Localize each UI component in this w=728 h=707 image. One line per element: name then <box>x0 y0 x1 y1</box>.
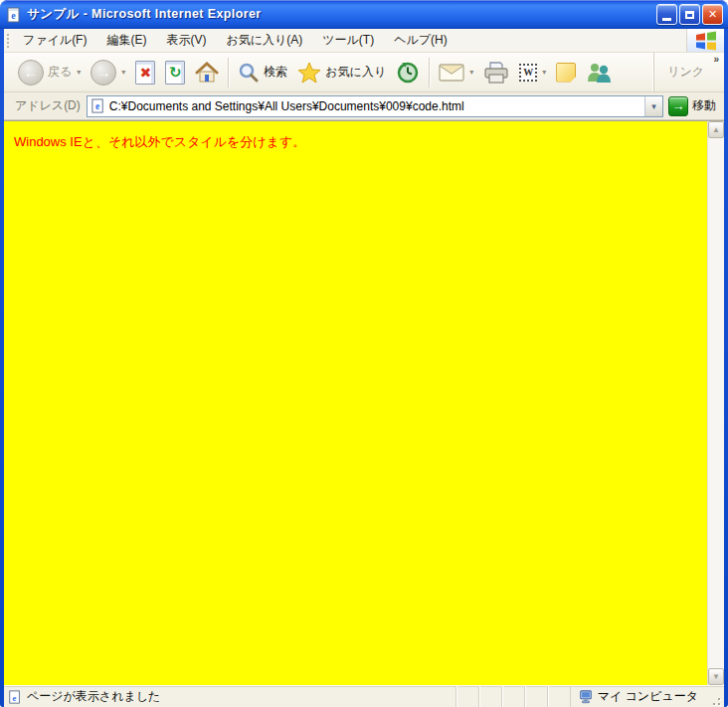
go-arrow-icon: → <box>668 96 688 116</box>
history-button[interactable] <box>391 58 425 88</box>
address-bar: アドレス(D) e C:¥Documents and Settings¥All … <box>4 92 724 120</box>
search-label: 検索 <box>264 64 287 81</box>
status-pane <box>455 686 478 707</box>
favorites-star-icon <box>297 62 321 84</box>
printer-icon <box>483 61 509 85</box>
forward-icon: → <box>91 60 116 86</box>
security-zone-indicator: マイ コンピュータ <box>570 686 708 707</box>
toolbar-overflow-chevron-icon[interactable]: » <box>713 54 719 65</box>
forward-dropdown-icon[interactable]: ▾ <box>121 68 125 77</box>
address-page-icon: e <box>91 98 105 113</box>
page-text: Windows IEと、それ以外でスタイルを分けます。 <box>14 133 697 151</box>
back-button[interactable]: ← 戻る ▾ <box>13 57 86 88</box>
standard-buttons-toolbar: ← 戻る ▾ → ▾ ✖ ↻ <box>4 53 724 92</box>
page-body: Windows IEと、それ以外でスタイルを分けます。 <box>4 121 707 685</box>
zone-label: マイ コンピュータ <box>598 688 698 705</box>
maximize-button[interactable] <box>679 4 700 25</box>
scroll-down-button[interactable]: ▼ <box>708 668 724 685</box>
print-button[interactable] <box>478 58 514 88</box>
home-button[interactable] <box>190 59 224 87</box>
edit-dropdown-icon[interactable]: ▾ <box>542 68 546 77</box>
address-combobox[interactable]: e C:¥Documents and Settings¥All Users¥Do… <box>87 95 663 117</box>
menu-bar: ファイル(F) 編集(E) 表示(V) お気に入り(A) ツール(T) ヘルプ(… <box>4 29 724 53</box>
status-page-icon: e <box>8 690 22 704</box>
back-icon: ← <box>18 60 44 86</box>
menu-edit[interactable]: 編集(E) <box>96 29 156 52</box>
edit-button[interactable]: W ▾ <box>514 61 551 85</box>
forward-button[interactable]: → ▾ <box>86 57 130 88</box>
menu-file[interactable]: ファイル(F) <box>13 29 96 52</box>
links-toolbar: リンク » <box>653 53 722 91</box>
resize-grip[interactable] <box>708 693 722 707</box>
back-dropdown-icon[interactable]: ▾ <box>77 68 81 77</box>
messenger-button[interactable] <box>581 59 617 87</box>
svg-text:e: e <box>95 101 99 111</box>
close-button[interactable]: ✕ <box>702 4 723 25</box>
search-icon <box>238 62 260 84</box>
stop-icon: ✖ <box>135 61 155 85</box>
status-bar: e ページが表示されました マイ コンピュータ <box>4 685 724 707</box>
favorites-button[interactable]: お気に入り <box>292 59 391 87</box>
windows-logo-throbber <box>686 29 724 52</box>
status-message: ページが表示されました <box>27 688 160 705</box>
scroll-up-button[interactable]: ▲ <box>708 121 724 138</box>
search-button[interactable]: 検索 <box>233 59 292 87</box>
menu-tools[interactable]: ツール(T) <box>312 29 384 52</box>
messenger-buddies-icon <box>586 62 612 84</box>
discuss-button[interactable] <box>551 60 581 86</box>
mail-envelope-icon <box>439 64 464 82</box>
status-pane <box>547 686 570 707</box>
note-icon <box>556 63 576 83</box>
menu-view[interactable]: 表示(V) <box>156 29 216 52</box>
browser-window: e サンプル - Microsoft Internet Explorer ✕ フ… <box>0 0 728 707</box>
refresh-icon: ↻ <box>165 61 185 85</box>
svg-text:e: e <box>11 10 16 21</box>
refresh-button[interactable]: ↻ <box>160 58 190 88</box>
menu-help[interactable]: ヘルプ(H) <box>384 29 457 52</box>
stop-button[interactable]: ✖ <box>130 58 160 88</box>
status-pane <box>524 686 547 707</box>
address-input[interactable]: C:¥Documents and Settings¥All Users¥Docu… <box>109 99 644 113</box>
svg-text:e: e <box>13 692 17 702</box>
address-dropdown-button[interactable]: ▾ <box>644 96 662 116</box>
status-pane <box>478 686 501 707</box>
home-icon <box>195 62 219 84</box>
go-label: 移動 <box>692 97 716 114</box>
windows-flag-icon <box>695 31 717 51</box>
mail-button[interactable]: ▾ <box>434 61 478 85</box>
ie-page-icon: e <box>6 7 22 23</box>
minimize-button[interactable] <box>656 4 677 25</box>
back-label: 戻る <box>48 64 72 81</box>
status-pane <box>501 686 524 707</box>
vertical-scrollbar[interactable]: ▲ ▼ <box>707 121 724 685</box>
links-label: リンク <box>663 64 708 81</box>
history-clock-icon <box>396 61 420 85</box>
favorites-label: お気に入り <box>325 64 386 81</box>
menu-favorites[interactable]: お気に入り(A) <box>216 29 312 52</box>
go-button[interactable]: → 移動 <box>663 96 721 116</box>
window-title: サンプル - Microsoft Internet Explorer <box>27 6 656 23</box>
titlebar[interactable]: e サンプル - Microsoft Internet Explorer ✕ <box>0 0 728 29</box>
edit-with-word-icon: W <box>519 64 537 82</box>
browser-viewport: Windows IEと、それ以外でスタイルを分けます。 ▲ ▼ <box>4 120 724 685</box>
menubar-grip[interactable] <box>5 32 12 49</box>
my-computer-icon <box>579 690 593 704</box>
mail-dropdown-icon[interactable]: ▾ <box>469 68 473 77</box>
address-label: アドレス(D) <box>13 97 87 114</box>
